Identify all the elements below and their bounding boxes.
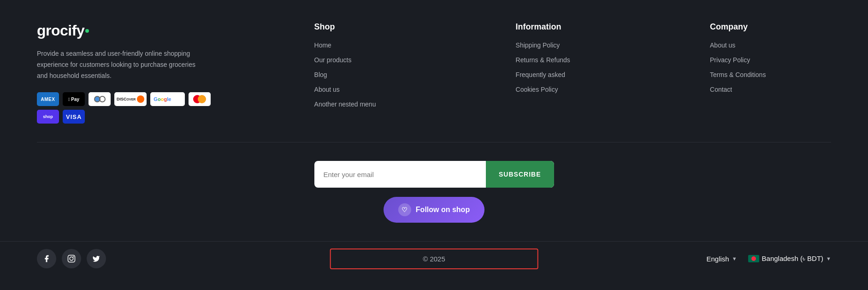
svg-rect-0 [68,255,75,262]
gpay-icon: Google Pay [150,92,185,106]
language-label: English [706,255,729,263]
language-selector[interactable]: English ▼ [706,255,737,263]
list-item: Terms & Conditions [710,71,766,79]
nav-column-company: Company About us Privacy Policy Terms & … [710,22,766,124]
email-form: SUBSCRIBE [314,161,554,188]
svg-point-1 [70,257,73,261]
facebook-icon[interactable] [37,249,56,268]
info-faq-link[interactable]: Frequently asked [516,71,565,78]
nav-shop-heading: Shop [314,22,376,32]
twitter-icon[interactable] [87,249,106,268]
amex-icon: AMEX [37,92,59,106]
svg-point-2 [73,256,74,257]
list-item: About us [710,41,766,49]
country-chevron-icon: ▼ [826,256,831,261]
shop-blog-link[interactable]: Blog [314,71,327,78]
logo: grocify [37,22,230,39]
follow-on-shop-button[interactable]: ♡ Follow on shop [384,197,484,223]
footer-middle: SUBSCRIBE ♡ Follow on shop [0,142,868,241]
company-privacy-link[interactable]: Privacy Policy [710,56,750,64]
diners-icon [89,92,111,106]
list-item: Home [314,41,376,49]
language-chevron-icon: ▼ [732,256,737,261]
nav-column-shop: Shop Home Our products Blog About us Ano… [314,22,376,124]
nav-column-information: Information Shipping Policy Returns & Re… [516,22,570,124]
bangladesh-flag-icon [748,255,759,262]
social-icons [37,249,106,268]
email-input[interactable] [314,161,486,188]
company-terms-link[interactable]: Terms & Conditions [710,71,766,78]
discover-icon: DISCOVER [114,92,147,106]
list-item: Shipping Policy [516,41,570,49]
list-item: Frequently asked [516,71,570,79]
payment-icons: AMEX  Pay DISCOVER Google Pay [37,92,230,124]
instagram-icon[interactable] [62,249,81,268]
logo-dot [85,29,89,33]
country-label: Bangladesh (৳ BDT) [762,254,824,263]
mastercard-icon [189,92,211,106]
shoppay-icon: shop [37,110,59,124]
shop-home-link[interactable]: Home [314,41,331,49]
list-item: Cookies Policy [516,85,570,94]
footer-top: grocify Provide a seamless and user-frie… [0,0,868,142]
info-returns-link[interactable]: Returns & Refunds [516,56,570,64]
info-shipping-link[interactable]: Shipping Policy [516,41,560,49]
copyright-box: © 2025 [330,249,538,269]
list-item: Blog [314,71,376,79]
nav-shop-list: Home Our products Blog About us Another … [314,41,376,108]
list-item: Returns & Refunds [516,56,570,64]
info-cookies-link[interactable]: Cookies Policy [516,86,558,93]
list-item: Our products [314,56,376,64]
nav-company-heading: Company [710,22,766,32]
nav-company-list: About us Privacy Policy Terms & Conditio… [710,41,766,94]
country-selector[interactable]: Bangladesh (৳ BDT) ▼ [748,254,831,263]
company-about-link[interactable]: About us [710,41,735,49]
shop-products-link[interactable]: Our products [314,56,352,64]
copyright-text: © 2025 [423,255,445,263]
subscribe-button[interactable]: SUBSCRIBE [486,161,554,188]
nav-information-heading: Information [516,22,570,32]
list-item: Contact [710,85,766,94]
visa-icon: VISA [63,110,85,124]
nav-information-list: Shipping Policy Returns & Refunds Freque… [516,41,570,94]
shop-about-link[interactable]: About us [314,86,340,93]
list-item: About us [314,85,376,94]
applepay-icon:  Pay [63,92,85,106]
list-item: Privacy Policy [710,56,766,64]
footer-brand: grocify Provide a seamless and user-frie… [37,22,230,124]
list-item: Another nested menu [314,100,376,108]
footer-right: English ▼ Bangladesh (৳ BDT) ▼ [706,254,831,263]
logo-text: grocify [37,22,84,39]
follow-button-label: Follow on shop [416,206,470,214]
shop-nested-link[interactable]: Another nested menu [314,101,376,108]
heart-icon: ♡ [398,203,411,216]
brand-description: Provide a seamless and user-friendly onl… [37,48,203,81]
footer-nav: Shop Home Our products Blog About us Ano… [249,22,831,124]
company-contact-link[interactable]: Contact [710,86,732,93]
footer-bottom: © 2025 English ▼ Bangladesh (৳ BDT) ▼ [0,241,868,276]
